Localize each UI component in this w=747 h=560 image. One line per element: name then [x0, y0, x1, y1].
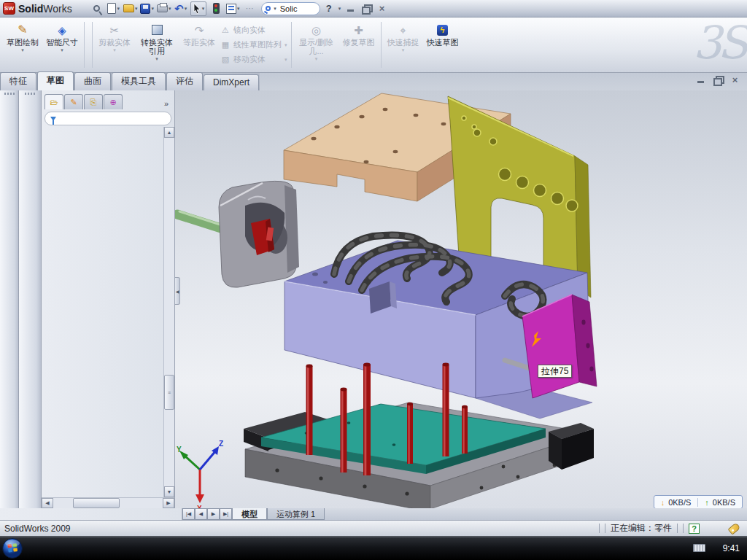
mold-tools-toolbar-column [19, 90, 42, 508]
doc-restore-button[interactable] [713, 76, 723, 84]
command-tab-row: 特征 草图 曲面 模具工具 评估 DimXpert × [0, 73, 747, 90]
window-controls: ? ▾ × [326, 3, 392, 14]
undo-icon[interactable]: ↶▾ [174, 2, 188, 15]
minimize-button[interactable] [347, 4, 356, 12]
open-document-icon[interactable]: ▾ [123, 2, 138, 15]
new-document-icon[interactable]: ▾ [107, 2, 121, 15]
filter-funnel-icon [50, 117, 56, 121]
help-caret-icon[interactable]: ▾ [338, 6, 341, 12]
tab-features[interactable]: 特征 [0, 72, 36, 90]
smart-dimension-icon: ◈ [58, 25, 66, 36]
first-tab-icon[interactable]: |◀ [182, 508, 195, 520]
tab-surfaces[interactable]: 曲面 [74, 72, 111, 90]
model-canvas[interactable]: Y Z X [175, 90, 747, 508]
mirror-icon: ⚠ [220, 26, 231, 35]
next-tab-icon[interactable]: ▶ [207, 508, 220, 520]
feature-tree-list [42, 127, 163, 497]
rebuild-icon[interactable] [209, 2, 223, 15]
property-manager-tab[interactable]: ✎ [64, 94, 83, 109]
viewport-top-strip: × [260, 73, 747, 90]
rapid-sketch-icon: ϟ [437, 25, 448, 36]
quick-snaps-button[interactable]: ⌖ 快速捕捉▾ [384, 20, 422, 70]
search-icon [266, 6, 271, 11]
scroll-down-icon[interactable]: ▼ [164, 486, 174, 497]
overflow-toolbar-icon[interactable]: ⋯ [242, 2, 257, 15]
scroll-left-icon[interactable]: ◀ [42, 498, 53, 508]
doc-minimize-button[interactable] [697, 76, 706, 84]
upload-speed: 0KB/S [713, 498, 735, 507]
tree-horizontal-scrollbar[interactable]: ◀ ▶ [42, 497, 174, 508]
status-text: SolidWorks 2009 [0, 524, 71, 534]
model-tab[interactable]: 模型 [232, 508, 267, 520]
pin-toolbar-icon[interactable] [90, 2, 104, 15]
prev-tab-icon[interactable]: ◀ [195, 508, 207, 520]
help-button[interactable]: ? [326, 3, 332, 14]
quick-snaps-icon: ⌖ [400, 25, 406, 36]
smart-dimension-button[interactable]: ◈ 智能尺寸▾ [43, 20, 81, 70]
network-speed-widget: ↓0KB/S ↑0KB/S [654, 495, 743, 508]
convert-entities-button[interactable]: 转换实体引用▾ [135, 20, 179, 70]
part-rail-right[interactable] [549, 423, 594, 470]
title-bar: SW SolidWorks ▾ ▾ ▾ ▾ ↶▾ ▾ ▾ ⋯ ▾ ? ▾ × [0, 0, 747, 18]
search-input[interactable] [279, 4, 314, 14]
trim-entities-button[interactable]: ✂ 剪裁实体▾ [96, 20, 133, 70]
scrollbar-thumb[interactable] [73, 498, 120, 508]
status-help-icon[interactable]: ? [689, 524, 700, 534]
start-button[interactable] [1, 537, 23, 559]
doc-close-button[interactable]: × [730, 76, 740, 84]
editing-status: 正在编辑：零件 [611, 522, 672, 534]
select-tool[interactable]: ▾ [190, 1, 207, 16]
display-delete-relations-button[interactable]: ◎ 显示/删除几...▾ [295, 20, 338, 70]
triad-z-label: Z [219, 440, 223, 448]
more-tabs-icon[interactable]: » [164, 99, 173, 109]
feature-manager-panel: 🗁 ✎ ⎘ ⊕ » ▲ ≡ ▼ ◀ ▶ [42, 90, 175, 508]
taskbar-clock: 9:41 [723, 543, 740, 553]
save-icon[interactable]: ▾ [140, 2, 155, 15]
print-icon[interactable]: ▾ [157, 2, 171, 15]
tab-dimxpert[interactable]: DimXpert [204, 74, 259, 90]
rapid-sketch-button[interactable]: ϟ 快速草图 [424, 20, 462, 70]
restore-button[interactable] [362, 4, 371, 12]
tab-sketch[interactable]: 草图 [37, 71, 74, 90]
tab-evaluate[interactable]: 评估 [166, 72, 203, 90]
scroll-up-icon[interactable]: ▲ [164, 127, 174, 138]
panel-splitter-handle[interactable]: ◀ [175, 277, 180, 305]
tag-icon[interactable] [728, 522, 741, 534]
tree-vertical-scrollbar[interactable]: ▲ ≡ ▼ [163, 127, 174, 497]
offset-icon: ↷ [195, 25, 204, 36]
document-tab-bar: |◀ ◀ ▶ ▶| 模型 运动算例 1 [0, 508, 747, 520]
configuration-manager-tab[interactable]: ⎘ [84, 94, 103, 109]
select-arrow-icon [193, 4, 201, 14]
tab-mold-tools[interactable]: 模具工具 [112, 72, 166, 90]
toolbar-grip[interactable] [25, 93, 35, 95]
scrollbar-thumb[interactable]: ≡ [164, 375, 174, 410]
sketch-draw-button[interactable]: ✎ 草图绘制▾ [4, 20, 42, 70]
part-insert-block[interactable] [177, 181, 299, 287]
close-button[interactable]: × [377, 4, 387, 12]
offset-entities-button[interactable]: ↷ 等距实体 [180, 20, 218, 70]
tree-filter-bar[interactable] [44, 112, 171, 125]
scroll-right-icon[interactable]: ▶ [163, 498, 174, 508]
feature-tooltip: 拉伸75 [538, 365, 572, 378]
mirror-entities-button[interactable]: ⚠ 镜向实体 [220, 24, 287, 37]
dimxpert-manager-tab[interactable]: ⊕ [104, 94, 123, 109]
feature-manager-tab[interactable]: 🗁 [44, 94, 63, 109]
options-icon[interactable]: ▾ [225, 2, 240, 15]
search-box[interactable]: ▾ [261, 2, 320, 15]
linear-sketch-pattern-button[interactable]: ▦ 线性草图阵列▾ [220, 39, 287, 52]
graphics-viewport[interactable]: Y Z X 拉伸75 ◀ ↓0KB/S ↑0KB/S [175, 90, 747, 508]
repair-sketch-button[interactable]: ✚ 修复草图 [340, 20, 378, 70]
last-tab-icon[interactable]: ▶| [220, 508, 232, 520]
sketch-pencil-icon: ✎ [18, 24, 27, 36]
motion-study-tab[interactable]: 运动算例 1 [267, 508, 325, 520]
convert-entities-icon [152, 25, 163, 35]
triad-y-label: Y [177, 446, 182, 454]
repair-sketch-icon: ✚ [354, 25, 363, 36]
app-logo: SW SolidWorks [0, 2, 78, 15]
download-speed: 0KB/S [668, 498, 691, 507]
coordinate-triad: Y Z X [177, 440, 223, 508]
toolbar-grip[interactable] [4, 93, 15, 95]
search-caret-icon[interactable]: ▾ [274, 6, 276, 12]
move-entities-button[interactable]: ▧ 移动实体▾ [220, 53, 287, 66]
input-keyboard-icon[interactable] [693, 544, 705, 552]
